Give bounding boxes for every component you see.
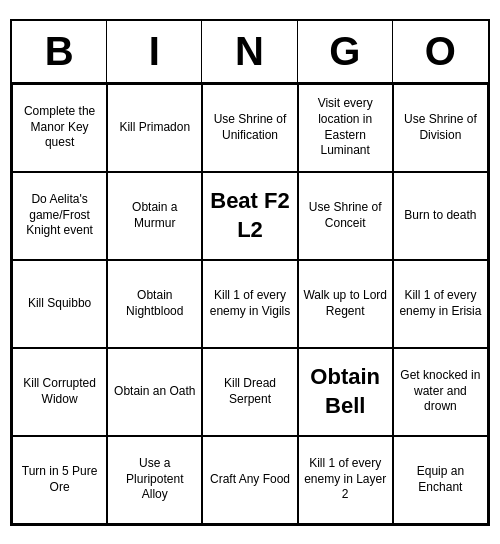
bingo-cell-0: Complete the Manor Key quest <box>12 84 107 172</box>
bingo-cell-23: Kill 1 of every enemy in Layer 2 <box>298 436 393 524</box>
header-letter-b: B <box>12 21 107 82</box>
bingo-cell-9: Burn to death <box>393 172 488 260</box>
bingo-cell-1: Kill Primadon <box>107 84 202 172</box>
header-letter-o: O <box>393 21 488 82</box>
bingo-cell-4: Use Shrine of Division <box>393 84 488 172</box>
bingo-cell-21: Use a Pluripotent Alloy <box>107 436 202 524</box>
bingo-cell-19: Get knocked in water and drown <box>393 348 488 436</box>
bingo-grid: Complete the Manor Key questKill Primado… <box>12 84 488 524</box>
header-letter-i: I <box>107 21 202 82</box>
header-letter-n: N <box>202 21 297 82</box>
bingo-cell-16: Obtain an Oath <box>107 348 202 436</box>
bingo-cell-5: Do Aelita's game/Frost Knight event <box>12 172 107 260</box>
bingo-cell-11: Obtain Nightblood <box>107 260 202 348</box>
bingo-cell-8: Use Shrine of Conceit <box>298 172 393 260</box>
bingo-cell-15: Kill Corrupted Widow <box>12 348 107 436</box>
bingo-cell-3: Visit every location in Eastern Luminant <box>298 84 393 172</box>
bingo-cell-6: Obtain a Murmur <box>107 172 202 260</box>
bingo-card: BINGO Complete the Manor Key questKill P… <box>10 19 490 526</box>
header-letter-g: G <box>298 21 393 82</box>
bingo-cell-12: Kill 1 of every enemy in Vigils <box>202 260 297 348</box>
bingo-cell-22: Craft Any Food <box>202 436 297 524</box>
bingo-cell-2: Use Shrine of Unification <box>202 84 297 172</box>
bingo-cell-18: Obtain Bell <box>298 348 393 436</box>
bingo-cell-10: Kill Squibbo <box>12 260 107 348</box>
bingo-header: BINGO <box>12 21 488 84</box>
bingo-cell-17: Kill Dread Serpent <box>202 348 297 436</box>
bingo-cell-20: Turn in 5 Pure Ore <box>12 436 107 524</box>
bingo-cell-14: Kill 1 of every enemy in Erisia <box>393 260 488 348</box>
bingo-cell-24: Equip an Enchant <box>393 436 488 524</box>
bingo-cell-13: Walk up to Lord Regent <box>298 260 393 348</box>
bingo-cell-7: Beat F2 L2 <box>202 172 297 260</box>
